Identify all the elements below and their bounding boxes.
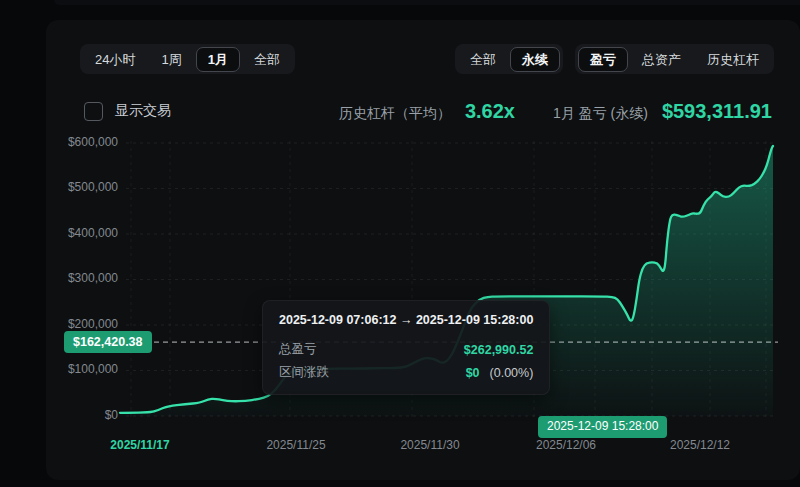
show-trades-label: 显示交易	[115, 102, 171, 120]
tooltip-value: $262,990.52	[464, 343, 534, 357]
y-tick: $0	[46, 408, 118, 424]
tooltip-row-total-pnl: 总盈亏 $262,990.52	[279, 338, 533, 361]
metric-total-assets[interactable]: 总资产	[630, 47, 693, 72]
show-trades-checkbox[interactable]	[84, 102, 103, 121]
avg-leverage-value: 3.62x	[465, 100, 515, 123]
pnl-analytics-card: 24小时 1周 1月 全部 全部 永续 盈亏 总资产 历史杠杆 显示交易 历史杠…	[46, 20, 800, 480]
x-tick: 2025/12/06	[506, 438, 626, 454]
tooltip-label: 总盈亏	[279, 341, 317, 358]
x-tick: 2025/11/30	[370, 438, 490, 454]
tooltip-row-interval-change: 区间涨跌 $0 (0.00%)	[279, 361, 533, 384]
scope-group: 全部 永续	[455, 44, 563, 74]
scope-all[interactable]: 全部	[458, 47, 508, 72]
metric-history-leverage[interactable]: 历史杠杆	[695, 47, 771, 72]
x-tick: 2025/11/25	[236, 438, 356, 454]
time-range-1w[interactable]: 1周	[149, 47, 193, 72]
y-tick: $300,000	[46, 271, 118, 287]
chart-subheader: 显示交易 历史杠杆（平均） 3.62x 1月 盈亏 (永续) $593,311.…	[84, 94, 772, 128]
metric-pnl[interactable]: 盈亏	[578, 47, 628, 72]
metric-group: 盈亏 总资产 历史杠杆	[575, 44, 774, 74]
y-tick: $500,000	[46, 180, 118, 196]
tooltip-label: 区间涨跌	[279, 364, 329, 381]
time-range-24h[interactable]: 24小时	[83, 47, 147, 72]
reference-value-badge: $162,420.38	[64, 331, 152, 353]
y-tick: $400,000	[46, 226, 118, 242]
tooltip-extra: (0.00%)	[490, 366, 534, 380]
x-tick: 2025/12/12	[640, 438, 760, 454]
tooltip-value: $0	[466, 366, 480, 380]
period-pnl-label: 1月 盈亏 (永续)	[553, 105, 648, 123]
stats-summary: 历史杠杆（平均） 3.62x 1月 盈亏 (永续) $593,311.91	[339, 100, 772, 123]
scope-perpetual[interactable]: 永续	[510, 47, 560, 72]
upper-card-edge	[54, 0, 800, 5]
time-range-1m[interactable]: 1月	[196, 47, 240, 72]
show-trades-control: 显示交易	[84, 102, 171, 121]
filter-groups: 全部 永续 盈亏 总资产 历史杠杆	[455, 44, 774, 74]
time-range-all[interactable]: 全部	[242, 47, 292, 72]
y-tick: $100,000	[46, 362, 118, 378]
chart-tooltip: 2025-12-09 07:06:12 → 2025-12-09 15:28:0…	[262, 300, 550, 395]
x-tick-start: 2025/11/17	[80, 438, 200, 454]
chart-toolbar: 24小时 1周 1月 全部 全部 永续 盈亏 总资产 历史杠杆	[80, 44, 774, 74]
time-range-group: 24小时 1周 1月 全部	[80, 44, 295, 74]
period-pnl-value: $593,311.91	[662, 100, 772, 123]
y-tick: $600,000	[46, 135, 118, 151]
avg-leverage-label: 历史杠杆（平均）	[339, 105, 451, 123]
selected-time-badge: 2025-12-09 15:28:00	[538, 416, 667, 438]
tooltip-time-range: 2025-12-09 07:06:12 → 2025-12-09 15:28:0…	[279, 313, 533, 327]
